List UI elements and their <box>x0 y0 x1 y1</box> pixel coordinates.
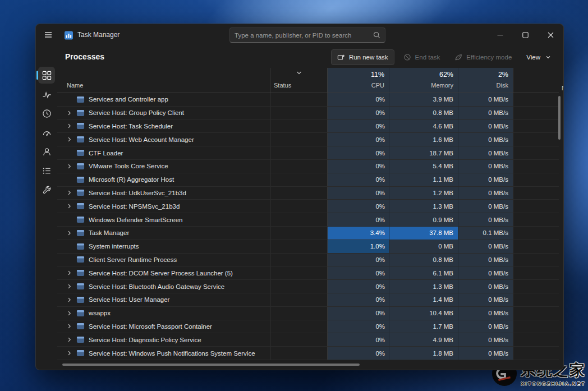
process-row[interactable]: Service Host: Diagnostic Policy Service … <box>57 333 559 347</box>
efficiency-mode-label: Efficiency mode <box>466 54 512 61</box>
process-row[interactable]: Task Manager 3.4% 37.8 MB 0.1 MB/s <box>57 227 559 240</box>
process-name: Service Host: Bluetooth Audio Gateway Se… <box>89 283 224 290</box>
end-task-label: End task <box>415 54 440 61</box>
process-icon <box>76 135 85 144</box>
process-memory: 0.9 MB <box>389 213 458 226</box>
close-button[interactable] <box>538 24 563 45</box>
process-disk: 0 MB/s <box>458 133 513 146</box>
expand-chevron-icon[interactable] <box>67 204 73 209</box>
process-cpu: 0% <box>327 280 389 293</box>
process-icon <box>76 229 85 237</box>
column-header-status[interactable]: Status <box>270 68 327 93</box>
expand-chevron-icon[interactable] <box>67 123 73 128</box>
process-memory: 1.7 MB <box>389 320 458 333</box>
minimize-button[interactable] <box>488 24 513 45</box>
expand-chevron-icon[interactable] <box>67 297 73 302</box>
column-header-name[interactable]: Name <box>57 68 270 93</box>
process-cpu: 0% <box>327 93 389 106</box>
process-disk: 0 MB/s <box>458 280 513 293</box>
process-name: CTF Loader <box>89 150 123 157</box>
process-row[interactable]: Service Host: UdkUserSvc_21b3d 0% 1.2 MB… <box>57 187 559 200</box>
expand-chevron-icon[interactable] <box>67 324 73 329</box>
process-network <box>513 133 559 146</box>
process-memory: 1.8 MB <box>389 347 458 360</box>
view-dropdown-button[interactable]: View <box>521 49 557 65</box>
process-status <box>270 107 327 119</box>
expand-chevron-icon[interactable] <box>67 284 73 289</box>
expand-chevron-icon[interactable] <box>67 190 73 195</box>
process-cpu: 3.4% <box>327 227 389 240</box>
expand-chevron-icon[interactable] <box>67 311 73 316</box>
process-disk: 0 MB/s <box>458 240 513 253</box>
process-row[interactable]: Client Server Runtime Process 0% 0.8 MB … <box>57 254 559 267</box>
expand-chevron-icon[interactable] <box>67 137 73 142</box>
page-title: Processes <box>65 52 104 61</box>
process-row[interactable]: Windows Defender SmartScreen 0% 0.9 MB 0… <box>57 213 559 227</box>
process-row[interactable]: VMware Tools Core Service 0% 5.4 MB 0 MB… <box>57 160 559 173</box>
process-row[interactable]: Service Host: Bluetooth Audio Gateway Se… <box>57 280 559 293</box>
process-row[interactable]: wsappx 0% 10.4 MB 0 MB/s <box>57 307 559 320</box>
sidebar-item-performance[interactable] <box>38 86 55 103</box>
end-task-button[interactable]: End task <box>398 49 446 65</box>
search-box[interactable] <box>229 27 385 43</box>
process-icon <box>76 188 85 197</box>
process-row[interactable]: Service Host: Group Policy Client 0% 0.8… <box>57 107 559 120</box>
process-network <box>513 93 559 106</box>
sidebar-item-startup-apps[interactable] <box>38 124 55 141</box>
maximize-button[interactable] <box>513 24 538 45</box>
process-disk: 0 MB/s <box>458 347 513 360</box>
hamburger-icon <box>44 30 53 39</box>
process-row[interactable]: Services and Controller app 0% 3.9 MB 0 … <box>57 93 559 107</box>
process-memory: 37.8 MB <box>389 227 458 240</box>
process-row[interactable]: Service Host: Task Scheduler 0% 4.6 MB 0… <box>57 120 559 134</box>
expand-chevron-icon[interactable] <box>67 164 73 169</box>
process-row[interactable]: Service Host: NPSMSvc_21b3d 0% 1.3 MB 0 … <box>57 200 559 213</box>
expand-chevron-icon[interactable] <box>67 231 73 236</box>
column-header-memory[interactable]: 62% Memory <box>389 68 458 93</box>
process-status <box>270 320 327 333</box>
sidebar-item-details[interactable] <box>38 162 55 179</box>
sidebar-item-users[interactable] <box>38 143 55 160</box>
process-status <box>270 160 327 173</box>
process-row[interactable]: Service Host: Microsoft Passport Contain… <box>57 320 559 334</box>
titlebar[interactable]: Task Manager <box>36 24 563 45</box>
process-row[interactable]: CTF Loader 0% 18.7 MB 0 MB/s <box>57 146 559 160</box>
process-name: Service Host: Group Policy Client <box>89 109 184 116</box>
expand-chevron-icon[interactable] <box>67 351 73 356</box>
navigation-menu-button[interactable] <box>39 26 57 43</box>
horizontal-scrollbar[interactable] <box>62 364 360 366</box>
process-network <box>513 227 559 240</box>
process-memory: 6.1 MB <box>389 266 458 279</box>
sidebar-item-services[interactable] <box>38 181 55 198</box>
process-row[interactable]: System interrupts 1.0% 0 MB 0 MB/s <box>57 240 559 254</box>
run-new-task-button[interactable]: Run new task <box>331 49 394 65</box>
view-label: View <box>526 54 540 61</box>
column-header-network[interactable] <box>513 68 559 93</box>
column-header-disk[interactable]: 2% Disk <box>458 68 513 93</box>
process-row[interactable]: Microsoft (R) Aggregator Host 0% 1.1 MB … <box>57 173 559 187</box>
vertical-scrollbar[interactable] <box>558 96 561 140</box>
efficiency-mode-button[interactable]: Efficiency mode <box>449 49 517 65</box>
process-cpu: 0% <box>327 333 389 346</box>
process-cpu: 0% <box>327 320 389 333</box>
process-row[interactable]: Service Host: Web Account Manager 0% 1.6… <box>57 133 559 146</box>
expand-chevron-icon[interactable] <box>67 270 73 275</box>
expand-chevron-icon[interactable] <box>67 337 73 342</box>
process-cpu: 0% <box>327 146 389 159</box>
process-memory: 1.4 MB <box>389 293 458 306</box>
process-status <box>270 133 327 146</box>
search-icon <box>373 31 380 39</box>
search-input[interactable] <box>235 32 373 39</box>
process-name: Service Host: Web Account Manager <box>89 136 194 143</box>
process-icon <box>76 95 85 104</box>
sidebar-item-processes[interactable] <box>38 67 55 84</box>
expand-chevron-icon[interactable] <box>67 111 73 116</box>
task-manager-app-icon <box>65 31 73 39</box>
column-header-cpu[interactable]: 11% CPU <box>327 68 389 93</box>
process-name: Service Host: Task Scheduler <box>89 123 173 130</box>
process-row[interactable]: Service Host: Windows Push Notifications… <box>57 347 559 360</box>
process-row[interactable]: Service Host: User Manager 0% 1.4 MB 0 M… <box>57 293 559 307</box>
sidebar-item-app-history[interactable] <box>38 105 55 122</box>
process-cpu: 0% <box>327 173 389 186</box>
process-row[interactable]: Service Host: DCOM Server Process Launch… <box>57 266 559 280</box>
